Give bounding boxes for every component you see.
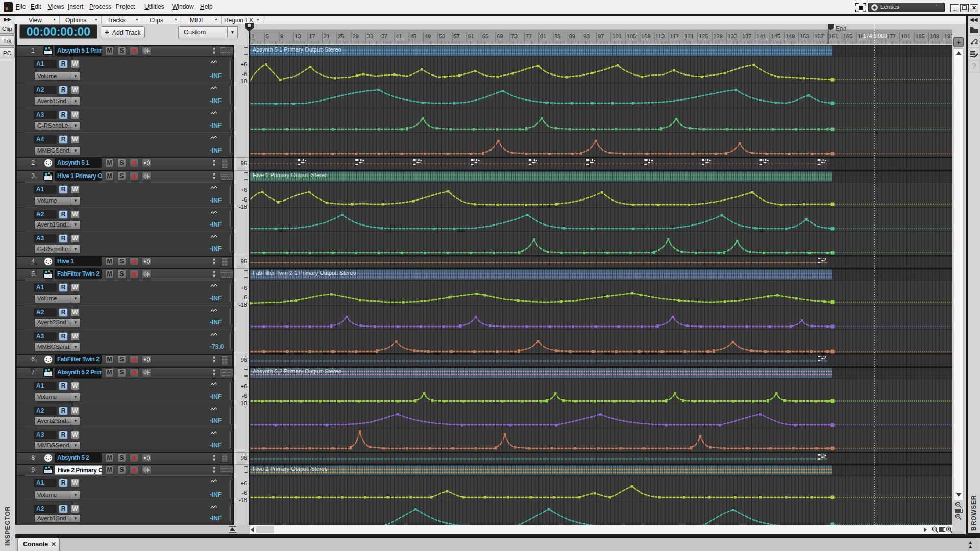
svg-text:Hive 2 Primary Output: Stereo: Hive 2 Primary Output: Stereo [253,466,328,472]
svg-text:125: 125 [699,33,708,39]
svg-text:53: 53 [439,33,445,39]
svg-text:INSPECTOR: INSPECTOR [4,506,11,546]
svg-text:137: 137 [742,33,751,39]
svg-text:BROWSER: BROWSER [970,495,977,531]
svg-text:157: 157 [814,33,823,39]
svg-text:149: 149 [786,33,795,39]
svg-text:57: 57 [453,33,459,39]
svg-text:101: 101 [612,33,622,39]
svg-text:117: 117 [670,33,679,39]
svg-text:Absynth 5 1 Primary Output: St: Absynth 5 1 Primary Output: Stereo [253,46,341,53]
svg-text:61: 61 [468,33,474,39]
svg-text:5: 5 [266,33,269,39]
svg-text:174:1:000: 174:1:000 [863,33,887,39]
svg-text:133: 133 [728,33,737,39]
svg-text:77: 77 [526,33,532,39]
svg-text:97: 97 [598,33,604,39]
svg-text:Absynth 5 2 Primary Output: St: Absynth 5 2 Primary Output: Stereo [253,368,341,374]
svg-text:37: 37 [381,33,387,39]
svg-text:177: 177 [887,33,896,39]
svg-text:161: 161 [829,33,838,39]
svg-text:FabFilter Twin 2 1 Primary Out: FabFilter Twin 2 1 Primary Output: Stere… [253,270,356,276]
svg-text:153: 153 [800,33,809,39]
svg-text:129: 129 [714,33,723,39]
svg-text:81: 81 [540,33,546,39]
svg-text:145: 145 [771,33,780,39]
svg-text:105: 105 [627,33,636,39]
svg-text:1: 1 [252,33,255,39]
svg-text:89: 89 [569,33,575,39]
svg-text:85: 85 [554,33,560,39]
svg-text:45: 45 [410,33,416,39]
svg-text:?: ? [971,62,976,71]
svg-text:33: 33 [367,33,373,39]
svg-text:9: 9 [280,33,283,39]
svg-text:65: 65 [482,33,488,39]
svg-text:End: End [836,25,846,32]
svg-text:17: 17 [309,33,315,39]
svg-text:113: 113 [655,33,665,39]
svg-text:Hive 1 Primary Output: Stereo: Hive 1 Primary Output: Stereo [253,172,328,178]
svg-text:121: 121 [684,33,694,39]
svg-text:189: 189 [930,33,939,39]
svg-text:165: 165 [843,33,852,39]
svg-text:69: 69 [497,33,503,39]
svg-text:41: 41 [396,33,402,39]
svg-text:93: 93 [583,33,590,39]
svg-text:141: 141 [756,33,766,39]
svg-text:185: 185 [915,33,924,39]
svg-text:181: 181 [901,33,910,39]
svg-text:21: 21 [324,33,330,39]
svg-text:29: 29 [353,33,359,39]
svg-text:25: 25 [338,33,344,39]
svg-text:13: 13 [295,33,301,39]
svg-text:109: 109 [641,33,650,39]
svg-text:73: 73 [511,33,518,39]
svg-text:49: 49 [425,33,431,39]
